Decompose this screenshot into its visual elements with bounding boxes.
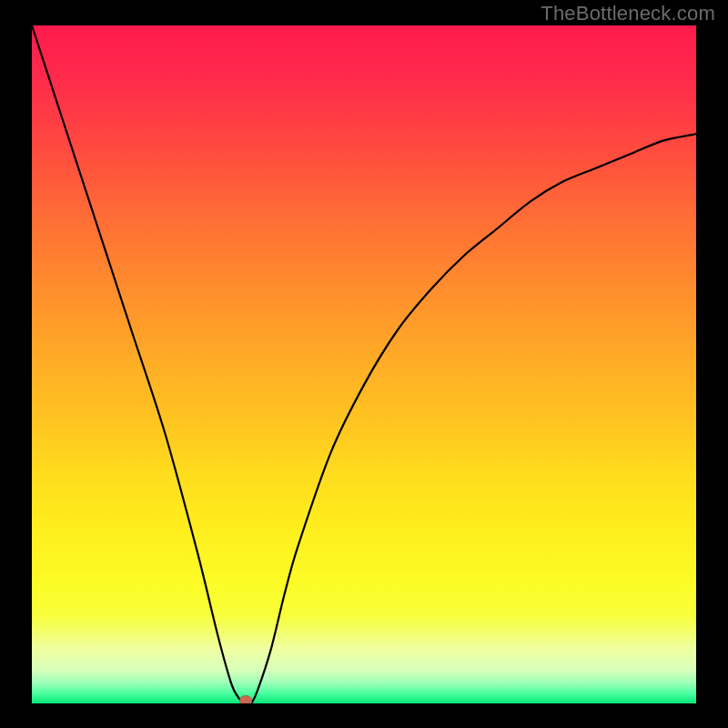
curve-svg	[32, 25, 696, 703]
watermark-text: TheBottleneck.com	[541, 2, 715, 25]
plot-area	[32, 25, 696, 703]
chart-frame: TheBottleneck.com	[0, 0, 728, 728]
bottleneck-curve-path	[32, 25, 696, 703]
optimum-marker	[239, 695, 252, 703]
